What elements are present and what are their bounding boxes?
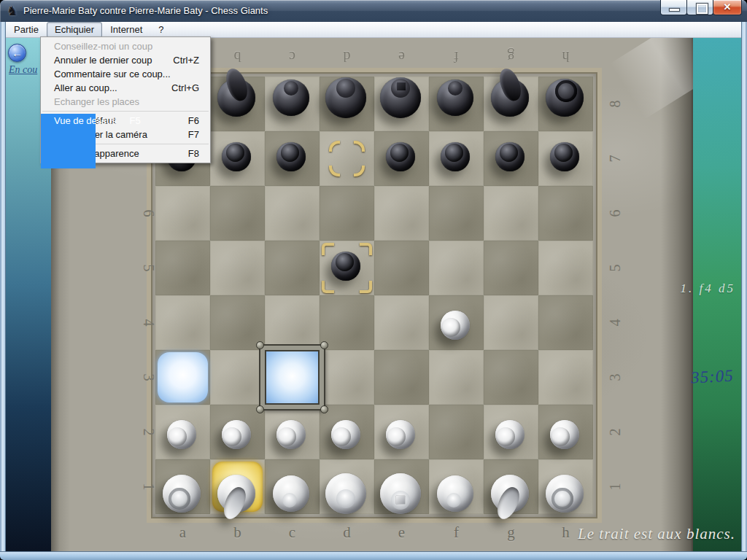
menubar-item-?[interactable]: ?: [150, 22, 171, 38]
piece-black-knight-b8[interactable]: [217, 79, 255, 117]
piece-white-rook-a1[interactable]: [163, 475, 201, 513]
move-list: 1. f4 d5: [681, 281, 735, 296]
square-b5[interactable]: [210, 241, 265, 295]
piece-black-pawn-c7[interactable]: [276, 142, 306, 171]
minimize-button[interactable]: [660, 0, 687, 15]
file-label-bottom-c: c: [265, 524, 320, 542]
back-arrow-button[interactable]: [8, 44, 26, 62]
window-border-bottom: [0, 551, 747, 560]
menubar-item-internet[interactable]: Internet: [102, 22, 150, 38]
rank-label-right-6: 6: [588, 206, 643, 222]
menubar-item-partie[interactable]: Partie: [6, 22, 47, 38]
window-title: Pierre-Marie Baty contre Pierre-Marie Ba…: [23, 0, 268, 22]
maximize-button[interactable]: [686, 0, 713, 15]
square-d4[interactable]: [320, 295, 374, 350]
square-h6[interactable]: [538, 186, 593, 241]
piece-black-pawn-d5[interactable]: [331, 252, 360, 281]
piece-black-queen-d8[interactable]: [325, 77, 366, 118]
piece-white-pawn-f4[interactable]: [441, 311, 470, 340]
piece-white-pawn-a2[interactable]: [167, 420, 196, 449]
piece-white-queen-d1[interactable]: [325, 473, 366, 514]
square-e6[interactable]: [374, 186, 429, 241]
piece-white-knight-b1[interactable]: [217, 475, 255, 513]
piece-white-bishop-c1[interactable]: [273, 475, 309, 512]
piece-white-pawn-b2[interactable]: [222, 420, 251, 449]
menu-item-0: Conseillez-moi un coup: [41, 39, 210, 53]
file-label-bottom-d: d: [320, 524, 374, 542]
title-bar[interactable]: ♞ Pierre-Marie Baty contre Pierre-Marie …: [0, 0, 747, 22]
square-d3[interactable]: [320, 350, 374, 405]
rank-label-left-4: 4: [121, 315, 176, 331]
piece-black-pawn-f7[interactable]: [441, 142, 470, 171]
rank-label-left-5: 5: [121, 260, 176, 276]
piece-black-king-e8[interactable]: [380, 77, 421, 118]
menu-item-label: Aller au coup...: [54, 81, 117, 95]
square-f6[interactable]: [429, 186, 484, 241]
rank-label-right-1: 1: [588, 479, 643, 495]
game-clock: 35:05: [691, 366, 735, 387]
menu-item-2[interactable]: Commentaire sur ce coup...: [41, 67, 210, 81]
menu-item-label: Commentaire sur ce coup...: [54, 67, 171, 81]
menu-item-shortcut: F7: [188, 128, 199, 141]
piece-black-rook-h8[interactable]: [546, 79, 584, 117]
square-b3[interactable]: [210, 350, 265, 405]
file-label-bottom-f: f: [429, 524, 484, 542]
menu-item-6[interactable]: Vue de dessusF5: [41, 114, 96, 168]
close-button[interactable]: [713, 0, 742, 15]
piece-white-king-e1[interactable]: [380, 473, 421, 514]
piece-black-pawn-b7[interactable]: [222, 142, 251, 171]
piece-black-pawn-e7[interactable]: [386, 142, 415, 171]
file-label-top-c: c: [265, 48, 320, 65]
menu-item-1[interactable]: Annuler le dernier coupCtrl+Z: [41, 53, 210, 67]
piece-white-rook-h1[interactable]: [546, 475, 584, 513]
square-c4[interactable]: [265, 295, 320, 350]
square-g6[interactable]: [484, 186, 538, 241]
piece-white-pawn-d2[interactable]: [331, 420, 360, 449]
square-f5[interactable]: [429, 241, 484, 295]
square-h5[interactable]: [538, 241, 593, 295]
square-d6[interactable]: [320, 186, 374, 241]
menu-item-4: Echanger les places: [41, 95, 210, 109]
piece-black-pawn-g7[interactable]: [495, 142, 525, 171]
square-h4[interactable]: [538, 295, 593, 350]
menu-item-label: Annuler le dernier coup: [54, 53, 152, 67]
highlight-legal-move-a3: [155, 350, 210, 405]
file-label-top-d: d: [320, 48, 374, 65]
menu-item-shortcut: Ctrl+Z: [173, 53, 199, 67]
rank-label-right-3: 3: [588, 370, 643, 386]
piece-white-knight-g1[interactable]: [491, 475, 529, 513]
file-label-bottom-a: a: [155, 524, 210, 542]
piece-white-bishop-f1[interactable]: [437, 475, 473, 512]
square-f2[interactable]: [429, 405, 484, 459]
menu-item-3[interactable]: Aller au coup...Ctrl+G: [41, 81, 210, 95]
piece-white-pawn-e2[interactable]: [386, 420, 415, 449]
piece-white-pawn-h2[interactable]: [550, 420, 579, 449]
window-border-left: [0, 22, 6, 551]
square-c6[interactable]: [265, 186, 320, 241]
square-e3[interactable]: [374, 350, 429, 405]
square-b6[interactable]: [210, 186, 265, 241]
window-border-right: [741, 22, 747, 551]
file-label-top-h: h: [538, 48, 593, 65]
file-label-top-e: e: [374, 48, 429, 65]
square-e4[interactable]: [374, 295, 429, 350]
menu-item-shortcut: Ctrl+G: [171, 81, 199, 95]
piece-white-pawn-g2[interactable]: [495, 420, 525, 449]
square-g4[interactable]: [484, 295, 538, 350]
file-label-bottom-e: e: [374, 524, 429, 542]
piece-black-knight-g8[interactable]: [491, 79, 529, 117]
rank-label-right-8: 8: [588, 96, 643, 112]
square-h3[interactable]: [538, 350, 593, 405]
square-f3[interactable]: [429, 350, 484, 405]
rank-label-right-4: 4: [588, 315, 643, 331]
square-g5[interactable]: [484, 241, 538, 295]
rank-label-right-2: 2: [588, 424, 643, 440]
square-c5[interactable]: [265, 241, 320, 295]
piece-black-bishop-c8[interactable]: [273, 79, 309, 116]
piece-black-bishop-f8[interactable]: [437, 79, 473, 116]
square-e5[interactable]: [374, 241, 429, 295]
square-g3[interactable]: [484, 350, 538, 405]
menubar-item-echiquier[interactable]: Echiquier: [47, 22, 102, 38]
piece-white-pawn-c2[interactable]: [276, 420, 306, 449]
piece-black-pawn-h7[interactable]: [550, 142, 579, 171]
